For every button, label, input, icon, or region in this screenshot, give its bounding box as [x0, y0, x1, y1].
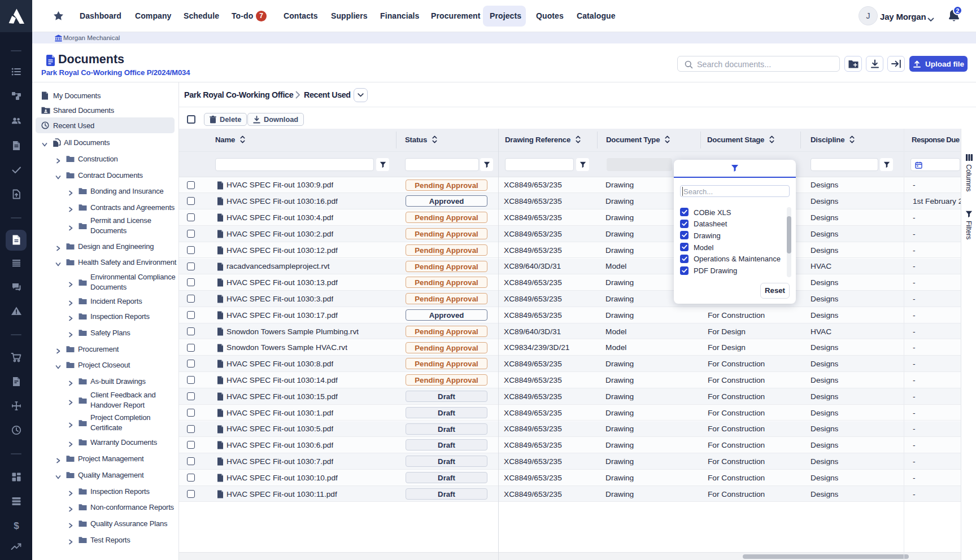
- svg-text:$: $: [14, 520, 19, 531]
